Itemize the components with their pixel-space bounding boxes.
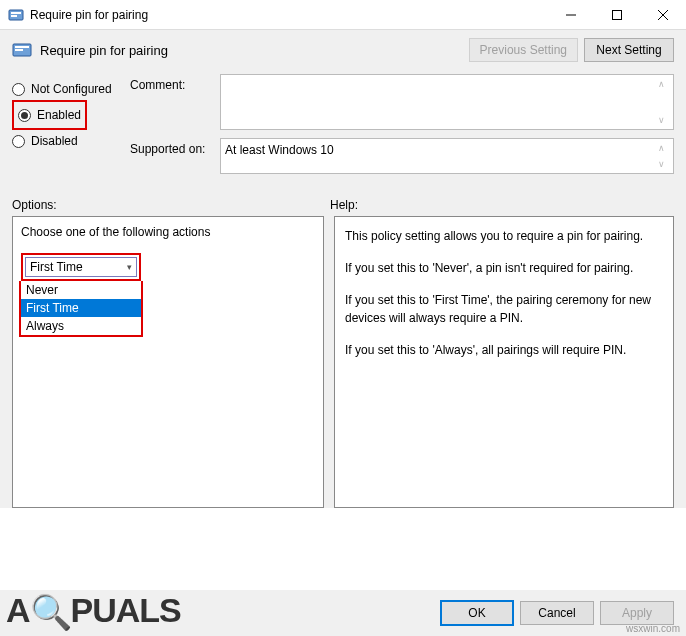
options-label: Options:	[12, 198, 330, 212]
maximize-button[interactable]	[594, 0, 640, 29]
supported-field: At least Windows 10 ∧∨	[220, 138, 674, 174]
highlight-enabled: Enabled	[12, 100, 87, 130]
options-subtitle: Choose one of the following actions	[21, 225, 315, 239]
svg-rect-8	[15, 46, 29, 48]
svg-rect-2	[11, 15, 17, 17]
policy-icon	[8, 7, 24, 23]
close-button[interactable]	[640, 0, 686, 29]
help-panel: This policy setting allows you to requir…	[334, 216, 674, 508]
radio-label: Enabled	[37, 108, 81, 122]
svg-rect-9	[15, 49, 23, 51]
dropdown-item-always[interactable]: Always	[21, 317, 141, 335]
action-dropdown[interactable]: First Time ▾	[25, 257, 137, 277]
previous-setting-button: Previous Setting	[469, 38, 578, 62]
radio-disabled[interactable]: Disabled	[12, 130, 130, 152]
options-panel: Choose one of the following actions Firs…	[12, 216, 324, 508]
comment-value	[225, 79, 653, 125]
radio-icon	[12, 135, 25, 148]
svg-rect-4	[613, 10, 622, 19]
help-text: If you set this to 'Never', a pin isn't …	[345, 259, 663, 277]
chevron-down-icon: ▾	[127, 262, 132, 272]
minimize-button[interactable]	[548, 0, 594, 29]
radio-enabled[interactable]: Enabled	[18, 104, 81, 126]
policy-header-icon	[12, 40, 32, 60]
dropdown-selected: First Time	[30, 260, 83, 274]
help-text: If you set this to 'Always', all pairing…	[345, 341, 663, 359]
section-labels: Options: Help:	[0, 192, 686, 216]
scroll-hint: ∧∨	[653, 79, 669, 125]
config-area: Not Configured Enabled Disabled Comment:…	[0, 70, 686, 192]
radio-icon	[12, 83, 25, 96]
cancel-button[interactable]: Cancel	[520, 601, 594, 625]
comment-field[interactable]: ∧∨	[220, 74, 674, 130]
help-label: Help:	[330, 198, 674, 212]
radio-label: Not Configured	[31, 82, 112, 96]
source-text: wsxwin.com	[626, 623, 680, 634]
dropdown-highlight: First Time ▾	[21, 253, 141, 281]
supported-value: At least Windows 10	[225, 143, 653, 169]
help-text: This policy setting allows you to requir…	[345, 227, 663, 245]
comment-label: Comment:	[130, 74, 220, 130]
dropdown-item-never[interactable]: Never	[21, 281, 141, 299]
window-controls	[548, 0, 686, 29]
policy-title: Require pin for pairing	[40, 43, 463, 58]
watermark: A🔍PUALS	[6, 590, 181, 630]
radio-not-configured[interactable]: Not Configured	[12, 78, 130, 100]
window-title: Require pin for pairing	[30, 8, 548, 22]
help-text: If you set this to 'First Time', the pai…	[345, 291, 663, 327]
panels: Choose one of the following actions Firs…	[0, 216, 686, 508]
next-setting-button[interactable]: Next Setting	[584, 38, 674, 62]
supported-label: Supported on:	[130, 138, 220, 174]
titlebar: Require pin for pairing	[0, 0, 686, 30]
header-row: Require pin for pairing Previous Setting…	[0, 30, 686, 70]
state-radio-group: Not Configured Enabled Disabled	[12, 74, 130, 182]
radio-label: Disabled	[31, 134, 78, 148]
ok-button[interactable]: OK	[440, 600, 514, 626]
radio-icon	[18, 109, 31, 122]
dropdown-list: Never First Time Always	[19, 281, 143, 337]
svg-rect-1	[11, 12, 21, 14]
dropdown-item-first-time[interactable]: First Time	[21, 299, 141, 317]
apply-button: Apply	[600, 601, 674, 625]
scroll-hint: ∧∨	[653, 143, 669, 169]
